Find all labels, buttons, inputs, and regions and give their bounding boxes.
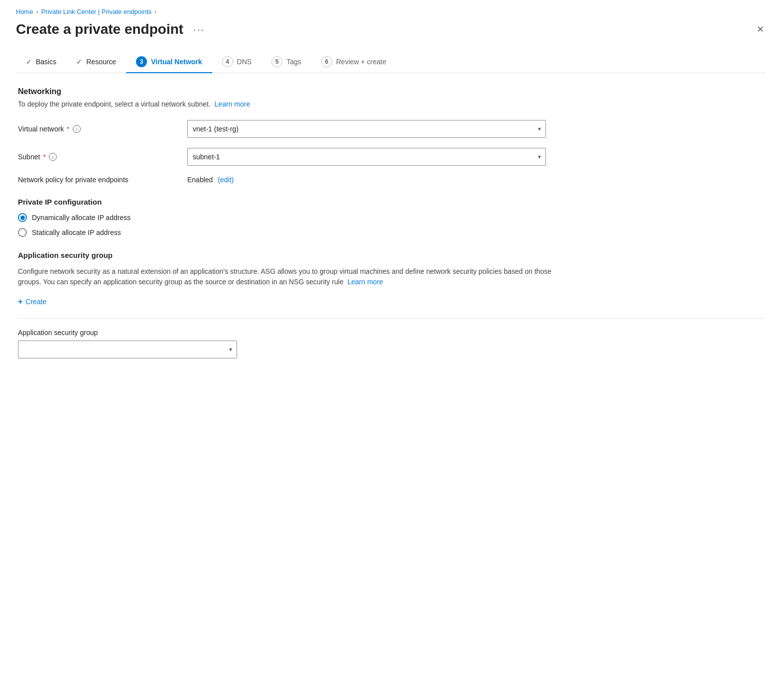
virtual-network-select-wrapper: vnet-1 (test-rg) ▾: [187, 120, 546, 138]
close-button[interactable]: ✕: [755, 23, 766, 36]
asg-field-section: Application security group ▾: [18, 318, 764, 358]
subnet-info-icon[interactable]: i: [49, 153, 57, 161]
private-ip-section-title: Private IP configuration: [18, 198, 764, 206]
subnet-field: Subnet * i subnet-1 ▾: [18, 148, 764, 166]
asg-select[interactable]: [18, 341, 237, 358]
asg-learn-more-link[interactable]: Learn more: [348, 278, 384, 286]
subnet-select[interactable]: subnet-1: [187, 148, 546, 166]
network-policy-row: Network policy for private endpoints Ena…: [18, 176, 764, 184]
breadcrumb-separator-2: ›: [154, 8, 156, 15]
asg-field-label: Application security group: [18, 329, 764, 337]
tab-label-dns: DNS: [237, 58, 252, 66]
tab-number-review-create: 6: [321, 56, 332, 67]
dynamic-ip-radio[interactable]: [18, 213, 27, 222]
asg-select-wrapper: ▾: [18, 341, 237, 358]
breadcrumb-private-link[interactable]: Private Link Center | Private endpoints: [41, 8, 152, 15]
tab-number-virtual-network: 3: [136, 56, 147, 67]
network-policy-label: Network policy for private endpoints: [18, 176, 187, 184]
tab-tags[interactable]: 5 Tags: [261, 51, 311, 73]
ip-config-radio-group: Dynamically allocate IP address Statical…: [18, 213, 764, 237]
asg-create-label: Create: [25, 298, 46, 306]
dynamic-ip-label: Dynamically allocate IP address: [32, 214, 130, 222]
virtual-network-label-text: Virtual network: [18, 125, 64, 133]
asg-description: Configure network security as a natural …: [18, 266, 566, 287]
network-policy-status: Enabled: [187, 176, 213, 184]
virtual-network-field: Virtual network * i vnet-1 (test-rg) ▾: [18, 120, 764, 138]
static-ip-radio[interactable]: [18, 228, 27, 237]
page-title: Create a private endpoint: [16, 21, 183, 37]
breadcrumb-separator-1: ›: [36, 8, 38, 15]
virtual-network-select[interactable]: vnet-1 (test-rg): [187, 120, 546, 138]
networking-section: Networking To deploy the private endpoin…: [18, 87, 764, 184]
tab-label-review-create: Review + create: [336, 58, 387, 66]
main-content: Networking To deploy the private endpoin…: [16, 87, 766, 358]
subnet-select-wrapper: subnet-1 ▾: [187, 148, 546, 166]
more-options-button[interactable]: ···: [189, 22, 209, 37]
network-policy-edit-link[interactable]: (edit): [218, 176, 234, 184]
asg-description-text: Configure network security as a natural …: [18, 267, 551, 286]
tabs-container: ✓ Basics ✓ Resource 3 Virtual Network 4 …: [16, 51, 766, 73]
subnet-label: Subnet * i: [18, 153, 187, 161]
tab-label-resource: Resource: [86, 58, 116, 66]
private-ip-section: Private IP configuration Dynamically all…: [18, 198, 764, 237]
asg-create-button[interactable]: + Create: [18, 297, 46, 306]
subnet-required: *: [43, 153, 45, 161]
networking-learn-more-link[interactable]: Learn more: [215, 100, 251, 108]
asg-section: Application security group Configure net…: [18, 251, 764, 358]
networking-section-title: Networking: [18, 87, 764, 96]
tab-resource[interactable]: ✓ Resource: [66, 53, 126, 72]
virtual-network-info-icon[interactable]: i: [73, 125, 81, 133]
static-ip-label: Statically allocate IP address: [32, 229, 121, 236]
virtual-network-label: Virtual network * i: [18, 125, 187, 133]
networking-description-text: To deploy the private endpoint, select a…: [18, 100, 211, 108]
dynamic-ip-option[interactable]: Dynamically allocate IP address: [18, 213, 764, 222]
asg-section-title: Application security group: [18, 251, 764, 259]
tab-review-create[interactable]: 6 Review + create: [311, 51, 396, 73]
plus-icon: +: [18, 297, 22, 306]
network-policy-value: Enabled (edit): [187, 176, 234, 184]
tab-label-tags: Tags: [286, 58, 301, 66]
static-ip-option[interactable]: Statically allocate IP address: [18, 228, 764, 237]
virtual-network-required: *: [67, 125, 69, 133]
subnet-label-text: Subnet: [18, 153, 40, 161]
tab-dns[interactable]: 4 DNS: [212, 51, 262, 73]
tab-check-basics: ✓: [26, 58, 32, 66]
tab-label-virtual-network: Virtual Network: [151, 58, 202, 66]
breadcrumb: Home › Private Link Center | Private end…: [16, 8, 766, 15]
tab-number-tags: 5: [271, 56, 282, 67]
tab-number-dns: 4: [222, 56, 233, 67]
tab-basics[interactable]: ✓ Basics: [16, 53, 66, 72]
page-title-row: Create a private endpoint ···: [16, 21, 209, 37]
tab-label-basics: Basics: [36, 58, 56, 66]
breadcrumb-home[interactable]: Home: [16, 8, 33, 15]
tab-virtual-network[interactable]: 3 Virtual Network: [126, 51, 212, 73]
networking-section-description: To deploy the private endpoint, select a…: [18, 100, 764, 108]
tab-check-resource: ✓: [76, 58, 82, 66]
page-header: Create a private endpoint ··· ✕: [16, 21, 766, 37]
